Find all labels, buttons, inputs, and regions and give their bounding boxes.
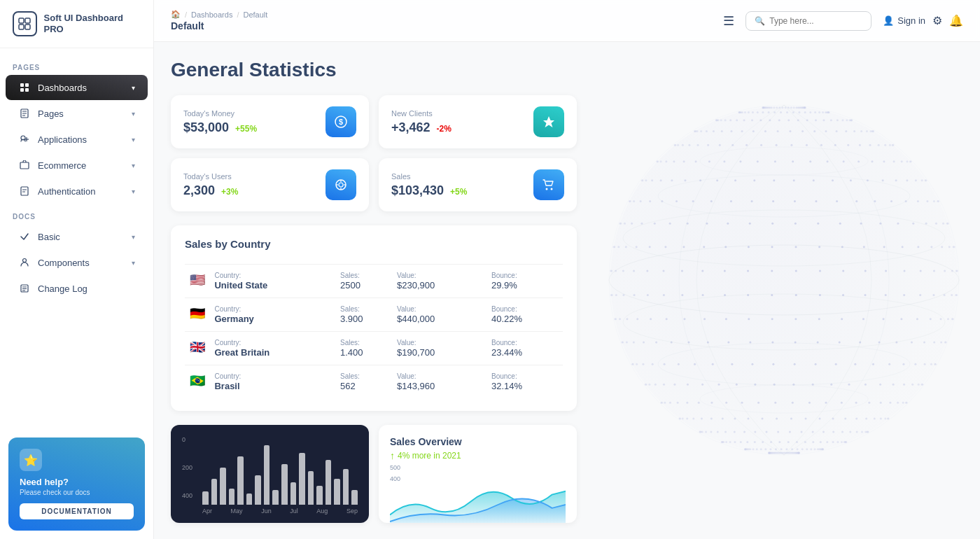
table-row: 🇬🇧 Country: Great Britain Sales: 1.400 V… — [185, 332, 563, 365]
sidebar-item-basic[interactable]: Basic ▾ — [6, 224, 148, 249]
bar — [326, 460, 332, 505]
sidebar-item-label: Ecommerce — [38, 160, 86, 171]
breadcrumb: 🏠 / Dashboards / Default Default — [171, 10, 267, 31]
basic-icon — [18, 230, 31, 243]
applications-icon — [18, 133, 31, 146]
sales-cell: Sales: 3.900 — [336, 298, 393, 332]
sidebar-item-authentication[interactable]: Authentication ▾ — [6, 178, 148, 204]
breadcrumb-path: 🏠 / Dashboards / Default — [171, 10, 267, 19]
user-circle-icon: 👤 — [883, 15, 894, 26]
stat-change-money: +55% — [235, 124, 257, 134]
stat-label-users: Today's Users — [183, 172, 238, 181]
svg-point-28 — [658, 175, 910, 217]
search-input[interactable] — [769, 16, 860, 26]
country-cell: 🇬🇧 Country: Great Britain — [185, 332, 336, 365]
help-star-icon: ⭐ — [20, 449, 42, 471]
flag-icon: 🇩🇪 — [189, 308, 206, 319]
sidebar: Soft UI Dashboard PRO PAGES Dashboards ▾ — [0, 0, 154, 539]
bar-chart-card: 400 200 0 Apr May Jun Jul Aug Sep — [171, 425, 369, 523]
home-icon[interactable]: 🏠 — [171, 10, 181, 19]
flag-icon: 🇺🇸 — [189, 274, 206, 286]
breadcrumb-dashboards[interactable]: Dashboards — [191, 10, 232, 19]
svg-point-42 — [551, 188, 553, 190]
help-subtitle: Please check our docs — [20, 489, 134, 496]
svg-rect-1 — [25, 18, 30, 23]
svg-point-36 — [339, 183, 343, 187]
svg-rect-6 — [20, 88, 24, 92]
country-name: Germany — [214, 314, 253, 324]
content-area: // Will render via JS below — [154, 42, 980, 539]
hamburger-button[interactable]: ☰ — [723, 13, 734, 29]
sidebar-item-label: Pages — [38, 108, 64, 119]
stat-info-clients: New Clients +3,462 -2% — [391, 109, 451, 135]
search-bar[interactable]: 🔍 — [746, 11, 872, 31]
sales-by-country-card: Sales by Country 🇺🇸 Country: United Stat… — [171, 225, 577, 411]
country-cell: 🇺🇸 Country: United State — [185, 265, 336, 298]
bounce-cell: Bounce: 40.22% — [487, 298, 563, 332]
sales-cell: Sales: 562 — [336, 365, 393, 399]
stat-change-clients: -2% — [437, 124, 451, 134]
sidebar-item-ecommerce[interactable]: Ecommerce ▾ — [6, 153, 148, 178]
topbar-actions: 👤 Sign in ⚙ 🔔 — [883, 14, 963, 27]
page-title: Default — [171, 20, 267, 31]
bar — [334, 479, 340, 505]
country-name: United State — [214, 280, 267, 290]
bounce-cell: Bounce: 32.14% — [487, 365, 563, 399]
stat-card-users: Today's Users 2,300 +3% — [171, 158, 369, 211]
country-cell: 🇧🇷 Country: Brasil — [185, 365, 336, 399]
svg-rect-16 — [21, 187, 28, 195]
stat-value-sales: $103,430 +5% — [391, 183, 467, 198]
sidebar-nav: PAGES Dashboards ▾ — [0, 48, 153, 429]
stat-label-sales: Sales — [391, 172, 467, 181]
bar — [299, 453, 305, 505]
bar — [202, 491, 209, 505]
search-icon: 🔍 — [755, 16, 765, 26]
bounce-cell: Bounce: 29.9% — [487, 265, 563, 298]
chevron-down-icon: ▾ — [132, 188, 135, 195]
value-cell: Value: $190,700 — [393, 332, 487, 365]
bar — [220, 468, 226, 505]
sidebar-item-applications[interactable]: Applications ▾ — [6, 127, 148, 152]
settings-icon[interactable]: ⚙ — [932, 14, 942, 27]
help-box: ⭐ Need help? Please check our docs DOCUM… — [8, 438, 145, 531]
country-name: Great Britain — [214, 347, 270, 358]
topbar: 🏠 / Dashboards / Default Default ☰ 🔍 👤 S… — [154, 0, 980, 42]
sidebar-item-pages[interactable]: Pages ▾ — [6, 101, 148, 126]
documentation-button[interactable]: DOCUMENTATION — [20, 503, 134, 519]
stats-grid: Today's Money $53,000 +55% $ New Clients — [171, 95, 577, 211]
flag-icon: 🇧🇷 — [189, 375, 206, 386]
globe-svg — [567, 84, 980, 490]
section-docs-label: DOCS — [0, 204, 153, 223]
stat-icon-sales — [533, 169, 564, 200]
svg-text:$: $ — [339, 118, 343, 126]
country-cell: 🇩🇪 Country: Germany — [185, 298, 336, 332]
pages-icon — [18, 107, 31, 120]
logo-icon — [13, 11, 37, 36]
bar-chart-bars — [202, 442, 358, 505]
sidebar-item-components[interactable]: Components ▾ — [6, 250, 148, 275]
stat-card-sales: Sales $103,430 +5% — [379, 158, 577, 211]
bar — [343, 469, 349, 505]
sidebar-item-label: Change Log — [38, 284, 88, 294]
svg-point-25 — [609, 245, 959, 315]
globe-decoration: // Will render via JS below — [567, 84, 980, 490]
notifications-icon[interactable]: 🔔 — [949, 14, 963, 27]
sign-in-button[interactable]: 👤 Sign in — [883, 15, 925, 26]
breadcrumb-sep1: / — [185, 10, 187, 19]
sales-overview-chart — [390, 484, 566, 523]
section-pages-label: PAGES — [0, 55, 153, 74]
bar-chart-y-labels: 400 200 0 — [182, 436, 197, 499]
chevron-down-icon: ▾ — [132, 259, 135, 267]
svg-point-30 — [700, 147, 868, 175]
chevron-down-icon: ▾ — [132, 110, 135, 118]
bar — [264, 445, 270, 505]
bar — [316, 486, 323, 505]
svg-point-19 — [23, 259, 27, 262]
sidebar-item-changelog[interactable]: Change Log — [6, 276, 148, 301]
main-area: 🏠 / Dashboards / Default Default ☰ 🔍 👤 S… — [154, 0, 980, 539]
app-name: Soft UI Dashboard PRO — [44, 13, 141, 34]
stat-change-sales: +5% — [450, 187, 467, 197]
stat-info-money: Today's Money $53,000 +55% — [183, 109, 257, 135]
stat-card-money: Today's Money $53,000 +55% $ — [171, 95, 369, 148]
sidebar-item-dashboards[interactable]: Dashboards ▾ — [6, 75, 148, 100]
